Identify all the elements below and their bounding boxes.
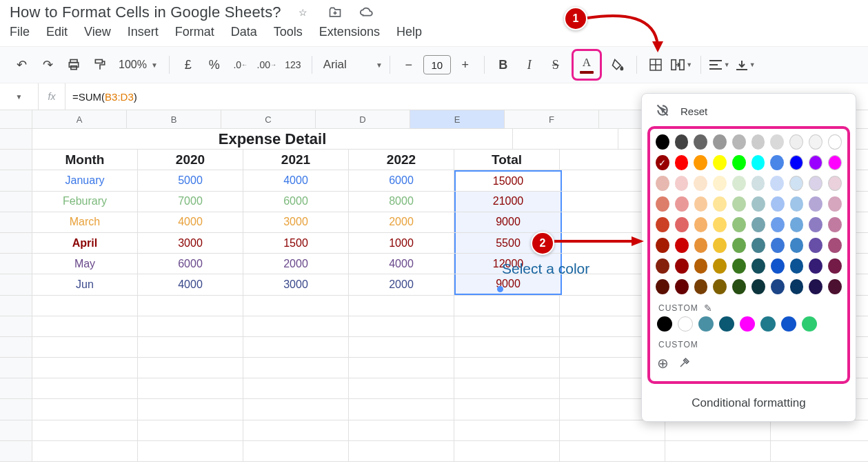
color-swatch[interactable] xyxy=(828,238,842,253)
color-swatch[interactable] xyxy=(732,176,746,191)
color-swatch[interactable] xyxy=(809,134,822,150)
color-swatch[interactable] xyxy=(790,238,804,253)
color-swatch[interactable] xyxy=(770,155,784,170)
font-size-decrease[interactable]: − xyxy=(397,52,421,77)
month-cell[interactable]: May xyxy=(32,254,138,274)
star-icon[interactable]: ☆ xyxy=(294,3,313,22)
print-button[interactable] xyxy=(62,52,85,77)
row-head[interactable] xyxy=(0,441,32,461)
row-head[interactable] xyxy=(0,337,32,357)
color-swatch[interactable] xyxy=(675,196,689,212)
color-swatch[interactable] xyxy=(656,196,669,212)
data-cell[interactable]: 3000 xyxy=(243,212,349,232)
color-swatch[interactable] xyxy=(656,238,669,253)
color-picker-eyedropper-icon[interactable] xyxy=(678,356,691,371)
color-swatch[interactable] xyxy=(771,217,785,232)
menu-view[interactable]: View xyxy=(84,25,111,39)
font-select[interactable]: Arial▼ xyxy=(319,52,383,77)
custom-color-swatch[interactable] xyxy=(760,316,776,332)
color-swatch[interactable] xyxy=(828,155,842,170)
color-swatch[interactable] xyxy=(751,176,765,191)
cloud-status-icon[interactable] xyxy=(357,3,376,22)
header-2020[interactable]: 2020 xyxy=(138,150,243,170)
color-swatch[interactable] xyxy=(828,279,842,294)
color-swatch[interactable] xyxy=(751,134,765,150)
row-head[interactable] xyxy=(0,378,32,398)
custom-color-swatch[interactable] xyxy=(740,316,755,332)
font-size-increase[interactable]: + xyxy=(454,52,477,77)
color-swatch[interactable] xyxy=(656,134,669,150)
data-cell[interactable]: 6000 xyxy=(349,170,454,190)
color-swatch[interactable] xyxy=(656,258,669,274)
data-cell[interactable]: 7000 xyxy=(138,192,243,212)
row-head[interactable] xyxy=(0,192,32,212)
row-head[interactable] xyxy=(0,233,32,253)
menu-tools[interactable]: Tools xyxy=(274,25,303,39)
data-cell[interactable]: 3000 xyxy=(138,233,243,253)
color-swatch[interactable] xyxy=(732,258,746,274)
col-head-F[interactable]: F xyxy=(505,110,599,128)
bold-button[interactable]: B xyxy=(492,52,515,77)
color-swatch[interactable] xyxy=(809,176,822,191)
data-cell[interactable]: 4000 xyxy=(138,274,243,294)
data-cell[interactable]: 3000 xyxy=(243,274,349,294)
color-swatch[interactable] xyxy=(656,279,669,294)
currency-button[interactable]: £ xyxy=(176,52,200,77)
redo-button[interactable]: ↷ xyxy=(36,52,59,77)
data-cell[interactable]: 1000 xyxy=(349,233,454,253)
data-cell[interactable]: 4000 xyxy=(138,212,243,232)
color-swatch[interactable]: ✓ xyxy=(656,155,669,170)
color-swatch[interactable] xyxy=(713,196,727,212)
menu-file[interactable]: File xyxy=(10,25,30,39)
color-swatch[interactable] xyxy=(732,196,746,212)
percent-button[interactable]: % xyxy=(203,52,226,77)
menu-data[interactable]: Data xyxy=(231,25,257,39)
total-cell[interactable]: 9000 xyxy=(454,212,562,232)
color-swatch[interactable] xyxy=(713,155,727,170)
color-swatch[interactable] xyxy=(694,134,707,150)
color-swatch[interactable] xyxy=(828,134,842,150)
select-all-cells[interactable] xyxy=(0,110,32,128)
decrease-decimal-button[interactable]: .0← xyxy=(229,52,252,77)
color-swatch[interactable] xyxy=(694,176,707,191)
row-head[interactable] xyxy=(0,358,32,378)
header-2022[interactable]: 2022 xyxy=(349,150,454,170)
color-swatch[interactable] xyxy=(789,176,803,191)
color-swatch[interactable] xyxy=(809,258,822,274)
row-head[interactable] xyxy=(0,420,32,440)
row-head[interactable] xyxy=(0,170,32,190)
paint-format-button[interactable] xyxy=(88,52,112,77)
color-swatch[interactable] xyxy=(694,258,708,274)
more-formats-button[interactable]: 123 xyxy=(281,52,305,77)
header-total[interactable]: Total xyxy=(454,150,560,170)
data-cell[interactable]: 6000 xyxy=(243,192,349,212)
color-swatch[interactable] xyxy=(770,176,784,191)
color-swatch[interactable] xyxy=(694,217,708,232)
month-cell[interactable]: January xyxy=(32,170,138,190)
menu-extensions[interactable]: Extensions xyxy=(319,25,380,39)
selection-fill-handle[interactable] xyxy=(497,286,503,292)
color-swatch[interactable] xyxy=(828,176,842,191)
color-swatch[interactable] xyxy=(771,238,785,253)
horizontal-align-button[interactable]: ▼ xyxy=(708,52,731,77)
color-swatch[interactable] xyxy=(770,134,784,150)
data-cell[interactable]: 5000 xyxy=(138,170,243,190)
color-swatch[interactable] xyxy=(809,196,822,212)
color-swatch[interactable] xyxy=(675,155,689,170)
name-box[interactable]: ▼ xyxy=(0,83,39,110)
reset-color-button[interactable]: Reset xyxy=(642,101,856,126)
color-swatch[interactable] xyxy=(732,155,746,170)
color-swatch[interactable] xyxy=(790,217,804,232)
color-swatch[interactable] xyxy=(790,279,804,294)
custom-color-swatch[interactable] xyxy=(657,316,672,332)
total-cell[interactable]: 21000 xyxy=(454,192,562,212)
increase-decimal-button[interactable]: .00→ xyxy=(255,52,279,77)
color-swatch[interactable] xyxy=(790,258,804,274)
total-cell[interactable]: 9000 xyxy=(454,274,562,294)
col-head-B[interactable]: B xyxy=(127,110,221,128)
move-to-drive-icon[interactable] xyxy=(325,3,345,22)
undo-button[interactable]: ↶ xyxy=(10,52,33,77)
color-swatch[interactable] xyxy=(694,279,708,294)
color-swatch[interactable] xyxy=(732,238,746,253)
color-swatch[interactable] xyxy=(713,279,727,294)
